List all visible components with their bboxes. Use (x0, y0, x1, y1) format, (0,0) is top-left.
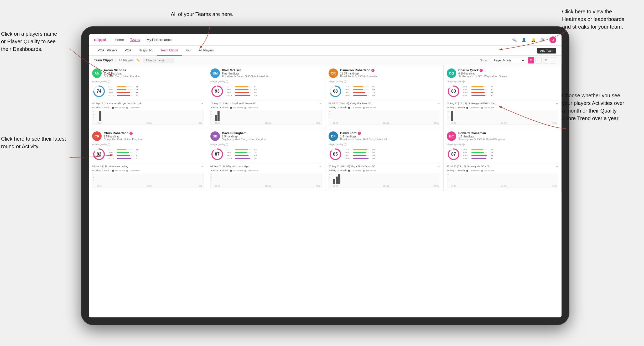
next-arrow-icon[interactable]: → (319, 165, 322, 168)
oncourse-legend-label: On course (352, 169, 361, 172)
chart-y-label: 4 (211, 177, 212, 178)
next-arrow-icon[interactable]: → (201, 102, 204, 105)
player-club: Royal North Devon Golf Club, United Kit.… (340, 138, 440, 141)
player-avatar[interactable]: EC (447, 131, 456, 141)
show-label: Show: (480, 59, 488, 62)
player-header: DF David Ford ✓ 1-5 Handicap Royal North… (329, 131, 440, 141)
sort-icon[interactable]: ↕ (550, 57, 556, 63)
bell-icon[interactable]: 🔔 (531, 37, 536, 42)
nav-logo[interactable]: clippd (94, 38, 106, 42)
score-circle[interactable]: 87 (447, 147, 460, 161)
player-name[interactable]: Cameron Robertson ✓ (340, 68, 440, 72)
add-team-button[interactable]: Add Team (537, 48, 556, 54)
player-avatar[interactable]: AN (92, 68, 102, 78)
subnav-pga[interactable]: PGA (121, 46, 135, 56)
quality-section[interactable]: 85 OTT 89 APP 80 ARG 83 (329, 147, 440, 161)
player-name[interactable]: Chris Robertson ✓ (104, 131, 204, 135)
next-arrow-icon[interactable]: → (555, 102, 558, 105)
player-name[interactable]: Aaron Nicholls (104, 68, 204, 72)
last-round[interactable]: 07 Aug 23 | 77 (+7), St George's Hill GC… (447, 100, 558, 105)
chart-y-label: 6 (329, 111, 330, 113)
stat-bar-bg (117, 155, 133, 156)
next-arrow-icon[interactable]: → (555, 165, 558, 168)
subnav-hcaps[interactable]: Hcaps 1-5 (135, 46, 157, 56)
nav-link-myperformance[interactable]: My Performance (147, 38, 172, 42)
stat-bar-bg (235, 158, 251, 159)
last-round[interactable]: 04 Sep 23 | Mobility with coach, Gym → (210, 163, 322, 168)
list-view-icon[interactable]: ☰ (535, 57, 542, 63)
next-arrow-icon[interactable]: → (437, 165, 440, 168)
next-arrow-icon[interactable]: → (437, 102, 440, 105)
nav-link-teams[interactable]: Teams (130, 38, 140, 42)
player-handicap: 6-10 Handicap (458, 72, 558, 75)
player-name[interactable]: David Ford ✓ (340, 131, 440, 135)
annotation-latest-round: Click here to see their latestround or A… (1, 135, 66, 150)
score-circle[interactable]: 93 (210, 84, 224, 98)
score-circle[interactable]: 87 (210, 147, 224, 161)
subnav-teamclippd[interactable]: Team Clippd (157, 46, 182, 56)
ipad-device: clippd Home Teams My Performance 🔍 👤 🔔 ⚙… (81, 26, 569, 325)
filter-icon[interactable]: ▽ (543, 57, 549, 63)
quality-section[interactable]: 87 OTT 82 APP 74 ARG 85 (210, 147, 322, 161)
player-name[interactable]: Charlie Quick ✓ (458, 68, 558, 72)
chart-y-label: 6 (329, 174, 330, 175)
subnav-pgat[interactable]: PGAT Players (94, 46, 121, 56)
stat-value: 85 (370, 94, 375, 97)
last-round[interactable]: 02 Jul 23 | 59 (+17), Craigmillar Park G… (329, 100, 440, 105)
subnav-tour[interactable]: Tour (182, 46, 195, 56)
filter-input[interactable] (143, 58, 174, 63)
quality-section[interactable]: 74 OTT 60 APP 58 ARG 84 (92, 84, 204, 98)
chart-x-label: 4 Sep (316, 185, 320, 187)
player-avatar[interactable]: DF (329, 131, 338, 141)
score-circle[interactable]: 74 (92, 84, 106, 98)
oncourse-legend-label: On course (115, 169, 125, 172)
quality-section[interactable]: 82 OTT 60 APP 77 ARG 81 (92, 147, 204, 161)
stats-bars: OTT 73 APP 79 ARG 103 PUTT (463, 148, 558, 160)
show-select[interactable]: Player Activity Quality Score Trend (491, 58, 525, 63)
last-round[interactable]: 18 Jul 23 | 74 (+4), Sunningdale GC - Ol… (447, 163, 558, 168)
stat-bar-bg (471, 92, 487, 93)
player-club: Craigmillar Park, United Kingdom (104, 138, 204, 141)
player-avatar[interactable]: CQ (447, 68, 456, 78)
score-circle[interactable]: 68 (329, 84, 342, 98)
last-round[interactable]: 03 Mar 23 | 19, Must make putting → (92, 163, 204, 168)
chart-x-label: 31 Jul (333, 185, 338, 187)
score-number: 85 (333, 152, 338, 157)
player-name[interactable]: Blair McHarg (222, 68, 322, 72)
chart-x-label: 4 Sep (552, 185, 557, 187)
last-round[interactable]: 02 Sep 23 | Sunrise round to get back in… (92, 100, 204, 105)
stat-label: ARG (227, 154, 234, 157)
score-circle[interactable]: 85 (329, 147, 342, 161)
profile-icon[interactable]: 👤 (521, 37, 526, 42)
player-card: CR Cameron Robertson ✓ 11-15 Handicap Ro… (325, 65, 443, 128)
score-circle[interactable]: 82 (92, 147, 106, 161)
next-arrow-icon[interactable]: → (201, 165, 204, 168)
stat-label: OTT (345, 148, 352, 151)
quality-section[interactable]: 87 OTT 73 APP 79 ARG 103 (447, 147, 558, 161)
avatar[interactable]: U (549, 36, 556, 43)
last-round[interactable]: 26 Aug 23 | 73 (+1), Royal North Devon G… (210, 100, 322, 105)
stat-label: OTT (108, 148, 116, 151)
quality-section[interactable]: 83 OTT 77 APP 80 ARG 83 (447, 84, 558, 98)
next-arrow-icon[interactable]: → (319, 102, 322, 105)
search-icon[interactable]: 🔍 (512, 37, 517, 42)
nav-link-home[interactable]: Home (115, 38, 124, 42)
player-name[interactable]: Edward Crossman (458, 131, 558, 135)
stat-label: APP (108, 88, 116, 91)
player-avatar[interactable]: CR (92, 131, 102, 141)
last-round[interactable]: 26 Aug 23 | 84 (+12), Royal North Devon … (329, 163, 440, 168)
stat-value: 84 (134, 91, 138, 94)
player-avatar[interactable]: BM (210, 68, 220, 78)
subnav-allplayers[interactable]: All Players (195, 46, 217, 56)
grid-view-icon[interactable]: ⊞ (528, 57, 534, 63)
settings-icon[interactable]: ⚙️ (540, 37, 545, 42)
quality-section[interactable]: 93 OTT 84 APP 85 ARG 88 (210, 84, 322, 98)
quality-section[interactable]: 68 OTT 61 APP 63 ARG 75 (329, 84, 440, 98)
player-avatar[interactable]: DB (210, 131, 220, 141)
player-name[interactable]: Dave Billingham (222, 131, 322, 135)
stat-bar-bg (471, 95, 487, 96)
edit-icon[interactable]: ✏️ (136, 58, 140, 62)
offcourse-legend-label: Off course (484, 169, 494, 172)
player-avatar[interactable]: CR (329, 68, 338, 78)
score-circle[interactable]: 83 (447, 84, 460, 98)
